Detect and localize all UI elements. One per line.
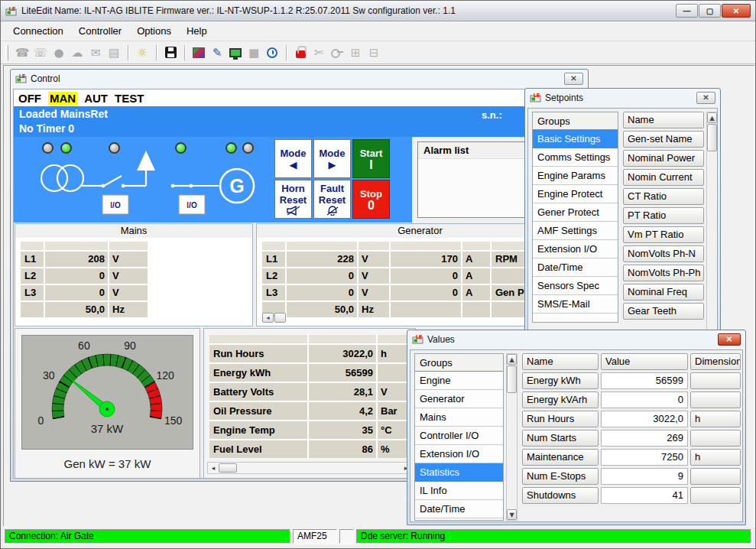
internet-connection-icon[interactable]: ☁: [68, 44, 86, 62]
control-close-button[interactable]: ✕: [564, 73, 583, 85]
mode-man[interactable]: MAN: [48, 92, 77, 105]
values-close-button[interactable]: ✕: [718, 333, 741, 346]
value-name-cell[interactable]: Energy kVArh: [522, 391, 599, 408]
fault-reset-button[interactable]: Fault Reset: [313, 180, 351, 219]
setpoint-pt-ratio[interactable]: PT Ratio: [623, 207, 704, 224]
scroll-left-icon[interactable]: ◂: [208, 464, 219, 472]
import-icon[interactable]: ⊟: [365, 44, 383, 62]
list-item-date-time[interactable]: Date/Time: [415, 500, 503, 518]
list-item-mains[interactable]: Mains: [415, 408, 503, 427]
export-icon[interactable]: ⊞: [346, 44, 365, 62]
list-item-engine[interactable]: Engine: [415, 372, 503, 390]
list-item-controller-i-o[interactable]: Controller I/O: [415, 427, 503, 445]
table-header-cell: [262, 242, 285, 250]
mode-left-button[interactable]: Mode ◀: [274, 139, 312, 178]
close-button[interactable]: ✕: [722, 4, 751, 18]
value-name-cell[interactable]: Run Hours: [522, 411, 599, 427]
history-icon[interactable]: ■: [245, 44, 263, 62]
minimize-button[interactable]: —: [676, 4, 698, 18]
setpoint-nomin-current[interactable]: Nomin Current: [623, 169, 704, 186]
mode-off[interactable]: OFF: [18, 92, 41, 105]
setpoint-nomvolts-ph-n[interactable]: NomVolts Ph-N: [623, 245, 704, 262]
setpoint-nomvolts-ph-ph[interactable]: NomVolts Ph-Ph: [623, 265, 704, 281]
menu-connection[interactable]: Connection: [5, 22, 71, 40]
stop-button[interactable]: Stop 0: [352, 180, 390, 219]
alarm-lamp-icon[interactable]: ☼: [133, 44, 151, 62]
modem-connection-icon[interactable]: ☏: [31, 44, 50, 62]
list-item-extension-i-o[interactable]: Extension I/O: [533, 240, 618, 258]
statistics-hscrollbar[interactable]: ◂ ▸: [207, 462, 412, 474]
menu-controller[interactable]: Controller: [71, 22, 129, 40]
setpoint-ct-ratio[interactable]: CT Ratio: [623, 188, 704, 205]
generator-table: L1228V170ARPML20V0AL30V0AGen P50,0Hz: [262, 242, 536, 317]
bell-muted-icon: [325, 206, 340, 216]
list-item-statistics[interactable]: Statistics: [415, 463, 503, 482]
setpoints-close-button[interactable]: ✕: [696, 92, 715, 104]
scroll-thumb[interactable]: [707, 124, 717, 151]
menu-options[interactable]: Options: [129, 22, 179, 40]
scroll-down-icon[interactable]: ▼: [507, 509, 517, 520]
setpoints-titlebar[interactable]: LE Setpoints ✕: [525, 89, 720, 106]
mode-right-button[interactable]: Mode ▶: [313, 139, 351, 178]
mode-test[interactable]: TEST: [115, 92, 144, 105]
list-item-amf-settings[interactable]: AMF Settings: [533, 222, 618, 240]
value-name-cell[interactable]: Energy kWh: [522, 372, 599, 389]
scroll-thumb[interactable]: [219, 463, 237, 473]
list-item-engine-params[interactable]: Engine Params: [533, 167, 618, 185]
value-name-cell[interactable]: Shutdowns: [522, 487, 599, 504]
table-cell: 0: [391, 268, 461, 284]
scroll-up-icon[interactable]: ▲: [507, 354, 517, 365]
lock-icon[interactable]: [291, 44, 310, 62]
phone-connection-icon[interactable]: ☎: [13, 44, 31, 62]
table-cell: Energy kWh: [209, 364, 307, 382]
menu-help[interactable]: Help: [179, 22, 215, 40]
list-item-gener-protect[interactable]: Gener Protect: [533, 203, 618, 222]
list-item-extension-i-o[interactable]: Extension I/O: [415, 445, 503, 463]
io-button-1[interactable]: I/O: [102, 195, 128, 214]
setpoint-vm-pt-ratio[interactable]: Vm PT Ratio: [623, 226, 704, 243]
save-icon[interactable]: [161, 44, 180, 62]
setpoints-title: Setpoints: [545, 93, 583, 103]
values-titlebar[interactable]: LE Values ✕: [407, 330, 745, 348]
direct-connection-icon[interactable]: ●: [50, 44, 68, 62]
setpoint-gear-teeth[interactable]: Gear Teeth: [623, 303, 704, 320]
generator-scroll-thumb[interactable]: [274, 313, 286, 323]
value-name-cell[interactable]: Num E-Stops: [522, 468, 599, 485]
toolbar-grip[interactable]: [5, 45, 8, 60]
offline-archive-icon[interactable]: ✉: [86, 44, 105, 62]
setpoint-nominal-power[interactable]: Nominal Power: [623, 150, 704, 167]
control-titlebar[interactable]: LE Control ✕: [11, 70, 588, 87]
start-button[interactable]: Start I: [352, 139, 390, 178]
setpoint-gen-set-name[interactable]: Gen-set Name: [623, 131, 704, 148]
maximize-button[interactable]: ▢: [699, 4, 721, 18]
list-item-sms-e-mail[interactable]: SMS/E-Mail: [533, 295, 618, 313]
list-item-il-info[interactable]: IL Info: [415, 482, 503, 500]
value-name-cell[interactable]: Maintenance: [522, 449, 599, 466]
horn-reset-button[interactable]: Horn Reset: [274, 180, 312, 219]
list-item-sensors-spec[interactable]: Sensors Spec: [533, 277, 618, 295]
values-icon[interactable]: ✎: [208, 44, 226, 62]
password-key-icon[interactable]: [328, 44, 346, 62]
clock-icon[interactable]: [263, 44, 281, 62]
scroll-thumb[interactable]: [507, 365, 517, 393]
list-item-comms-settings[interactable]: Comms Settings: [533, 148, 618, 167]
setpoints-icon[interactable]: [190, 44, 208, 62]
list-item-basic-settings[interactable]: Basic Settings: [533, 130, 618, 148]
value-name-cell[interactable]: Num Starts: [522, 430, 599, 447]
list-item-date-time[interactable]: Date/Time: [533, 258, 618, 277]
list-item-engine-protect[interactable]: Engine Protect: [533, 185, 618, 203]
io-button-2[interactable]: I/O: [179, 195, 205, 214]
config-tools-icon[interactable]: ✄: [310, 44, 328, 62]
mode-aut[interactable]: AUT: [84, 92, 108, 105]
status-led-4-on: [175, 142, 187, 154]
list-item-generator[interactable]: Generator: [415, 390, 503, 408]
value-dimension-cell: [690, 430, 741, 447]
table-cell: 0: [287, 268, 357, 284]
control-window-icon[interactable]: [226, 44, 245, 62]
setpoint-nominal-freq[interactable]: Nominal Freq: [623, 284, 704, 300]
connection-list-icon[interactable]: ▤: [105, 44, 123, 62]
values-scrollbar[interactable]: ▲ ▼: [506, 353, 518, 521]
generator-scroll-left-icon[interactable]: ◂: [262, 313, 274, 323]
setpoints-scrollbar[interactable]: ▲: [706, 112, 718, 341]
scroll-up-icon[interactable]: ▲: [707, 112, 717, 123]
